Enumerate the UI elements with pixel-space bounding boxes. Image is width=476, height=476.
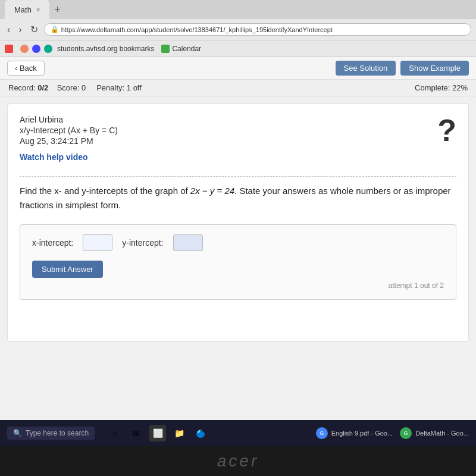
answer-box: x-intercept: y-intercept: Submit Answer … xyxy=(20,224,456,300)
taskbar-search[interactable]: 🔍 Type here to search xyxy=(7,427,95,440)
record-bar: Record: 0/2 Score: 0 Penalty: 1 off Comp… xyxy=(0,80,476,96)
tab-title: Math xyxy=(14,5,32,14)
search-icon: 🔍 xyxy=(13,429,22,437)
record-label: Record: xyxy=(8,83,36,92)
bookmark-calendar[interactable]: Calendar xyxy=(161,45,201,53)
y-intercept-input[interactable] xyxy=(173,234,203,251)
intercept-row: x-intercept: y-intercept: xyxy=(32,234,444,251)
divider xyxy=(20,176,456,177)
submit-answer-button[interactable]: Submit Answer xyxy=(32,261,103,278)
penalty-value: 1 off xyxy=(127,83,142,92)
taskbar-app-google-pdf[interactable]: G English 9.pdf - Goo... xyxy=(316,427,393,439)
problem-type: x/y-Intercept (Ax + By = C) xyxy=(20,126,456,135)
content-area: ? Ariel Urbina x/y-Intercept (Ax + By = … xyxy=(0,96,476,420)
bookmark-students-label: students.avhsd.org bookmarks xyxy=(57,45,154,53)
new-tab-button[interactable]: + xyxy=(52,4,63,16)
taskbar-window-icon[interactable]: ⬜ xyxy=(149,425,166,441)
taskbar-right: G English 9.pdf - Goo... G DeltaMath - G… xyxy=(316,427,469,439)
bookmark-icon-circle-blue xyxy=(32,45,40,53)
bookmark-icon-circle-orange xyxy=(20,45,29,53)
problem-card: ? Ariel Urbina x/y-Intercept (Ax + By = … xyxy=(7,104,469,342)
taskbar-grid-icon[interactable]: ⊞ xyxy=(128,425,145,441)
bookmark-calendar-label: Calendar xyxy=(172,45,201,53)
watch-help-link[interactable]: Watch help video xyxy=(20,152,88,162)
timestamp: Aug 25, 3:24:21 PM xyxy=(20,136,456,146)
record-value: 0/2 xyxy=(37,83,48,92)
back-button[interactable]: ‹ Back xyxy=(7,61,45,76)
penalty-label: Penalty: xyxy=(96,83,124,92)
x-intercept-input[interactable] xyxy=(83,234,112,251)
complete-info: Complete: 22% xyxy=(415,83,468,92)
y-intercept-label: y-intercept: xyxy=(122,238,163,248)
brand-text: acer xyxy=(217,452,259,471)
record-info: Record: 0/2 Score: 0 Penalty: 1 off xyxy=(8,83,142,92)
bookmark-icon-circle-teal xyxy=(44,45,52,53)
search-label: Type here to search xyxy=(26,429,89,437)
score-label: Score: xyxy=(57,83,80,92)
show-example-button[interactable]: Show Example xyxy=(400,61,469,76)
url-text: https://www.deltamath.com/app/student/so… xyxy=(61,26,333,33)
bottom-brand: acer xyxy=(0,446,476,476)
taskbar-folder-icon[interactable]: 📁 xyxy=(171,425,187,441)
bookmarks-bar: students.avhsd.org bookmarks Calendar xyxy=(0,40,476,57)
taskbar-circle-icon[interactable]: ○ xyxy=(107,425,123,441)
app-toolbar: ‹ Back See Solution Show Example xyxy=(0,57,476,80)
taskbar-edge-icon[interactable] xyxy=(192,425,209,441)
taskbar-app-deltamath[interactable]: G DeltaMath - Goo... xyxy=(400,427,469,439)
address-input[interactable]: 🔒 https://www.deltamath.com/app/student/… xyxy=(44,23,471,36)
record-left: Record: 0/2 Score: 0 Penalty: 1 off xyxy=(8,83,142,92)
bookmark-icon-green xyxy=(161,45,170,53)
score-value: 0 xyxy=(82,83,86,92)
complete-label: Complete: xyxy=(415,83,450,92)
refresh-button[interactable]: ↻ xyxy=(28,23,40,36)
toolbar-right: See Solution Show Example xyxy=(336,61,469,76)
app-container: ‹ Back See Solution Show Example Record:… xyxy=(0,57,476,420)
attempt-text: attempt 1 out of 2 xyxy=(32,281,444,290)
lock-icon: 🔒 xyxy=(51,26,59,33)
math-equation: 2x − y = 24 xyxy=(190,186,234,196)
forward-nav-button[interactable]: › xyxy=(16,23,24,36)
google-pdf-icon: G xyxy=(316,427,328,439)
bookmark-icon-red xyxy=(5,45,13,53)
bookmark-students[interactable]: students.avhsd.org bookmarks xyxy=(5,45,154,53)
active-tab[interactable]: Math × xyxy=(5,0,49,19)
help-icon[interactable]: ? xyxy=(437,115,456,146)
complete-value: 22% xyxy=(452,83,468,92)
see-solution-button[interactable]: See Solution xyxy=(336,61,396,76)
student-name: Ariel Urbina xyxy=(20,115,456,124)
deltamath-icon: G xyxy=(400,427,412,439)
taskbar-icons: ○ ⊞ ⬜ 📁 xyxy=(107,425,209,441)
tab-close-button[interactable]: × xyxy=(36,6,40,13)
browser-tabs: Math × + xyxy=(0,0,476,19)
taskbar-app-deltamath-label: DeltaMath - Goo... xyxy=(415,430,469,437)
back-nav-button[interactable]: ‹ xyxy=(5,23,12,36)
x-intercept-label: x-intercept: xyxy=(32,238,73,248)
address-bar-area: ‹ › ↻ 🔒 https://www.deltamath.com/app/st… xyxy=(0,19,476,40)
question-text: Find the x- and y-intercepts of the grap… xyxy=(20,184,456,212)
taskbar: 🔍 Type here to search ○ ⊞ ⬜ 📁 G English … xyxy=(0,420,476,446)
taskbar-app-pdf-label: English 9.pdf - Goo... xyxy=(331,430,393,437)
